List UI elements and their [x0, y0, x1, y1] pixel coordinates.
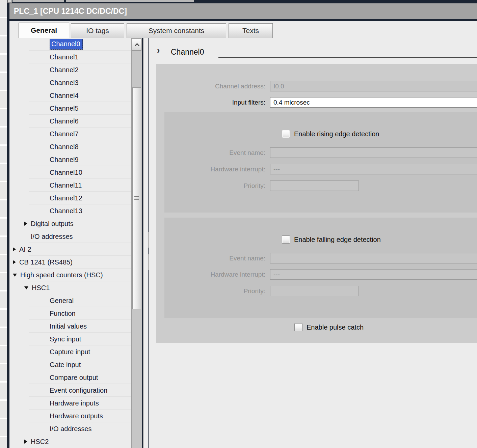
tab-label: General	[31, 26, 57, 34]
tree-item-label: Channel10	[50, 169, 82, 176]
tree-item-label: HSC2	[31, 438, 49, 446]
pane-splitter[interactable]	[143, 38, 148, 448]
tab-bar: General IO tags System constants Texts	[9, 21, 477, 38]
header-rule	[218, 57, 477, 58]
tree-item-channel1[interactable]: Channel1	[9, 51, 131, 63]
tree-item-sync-input[interactable]: Sync input	[9, 333, 131, 345]
tree-item-hsc2[interactable]: HSC2	[9, 435, 131, 448]
tab-system-constants[interactable]: System constants	[127, 23, 226, 38]
tab-io-tags[interactable]: IO tags	[71, 23, 124, 38]
tree-item-channel0[interactable]: Channel0	[9, 38, 131, 51]
tree-item-label: Digital outputs	[31, 220, 74, 228]
collapsed-arrow-icon[interactable]	[24, 440, 27, 444]
event-name-label: Event name:	[164, 149, 265, 157]
tree-item-hardware-outputs[interactable]: Hardware outputs	[9, 410, 131, 422]
navigation-tree: Channel0Channel1Channel2Channel3Channel4…	[9, 38, 131, 448]
tree-item-channel4[interactable]: Channel4	[9, 89, 131, 102]
event-name-field	[270, 147, 477, 158]
tree-item-channel9[interactable]: Channel9	[9, 153, 131, 166]
rising-edge-section: Enable rising edge detection Event name:…	[164, 112, 477, 213]
tree-item-label: Hardware outputs	[50, 412, 103, 420]
event-name-field	[270, 253, 477, 263]
tree-item-label: Gate input	[50, 361, 81, 369]
window-above-fragment	[12, 0, 64, 2]
tree-item-channel3[interactable]: Channel3	[9, 76, 131, 89]
tab-texts[interactable]: Texts	[229, 23, 273, 38]
window-above-edge	[7, 0, 477, 3]
tree-item-label: Channel1	[50, 53, 79, 61]
hardware-interrupt-field: ---	[270, 269, 477, 280]
tree-item-label: AI 2	[19, 246, 31, 253]
scroll-up-button[interactable]	[132, 38, 141, 51]
tree-item-initial-values[interactable]: Initial values	[9, 320, 131, 333]
priority-field	[270, 180, 359, 191]
tree-item-label: Channel11	[50, 181, 82, 189]
scrollbar-thumb[interactable]	[132, 87, 141, 309]
tree-item-general[interactable]: General	[9, 294, 131, 307]
channel-form-panel: Channel address: I0.0 Input filters: 0.4…	[156, 64, 477, 343]
tree-item-label: General	[50, 297, 74, 305]
tab-general[interactable]: General	[19, 23, 69, 38]
tree-item-channel11[interactable]: Channel11	[9, 179, 131, 192]
scrollbar-grip-icon	[134, 196, 139, 201]
tree-item-event-configuration[interactable]: Event configuration	[9, 384, 131, 397]
tree-item-channel13[interactable]: Channel13	[9, 204, 131, 217]
tree-item-channel8[interactable]: Channel8	[9, 140, 131, 153]
tree-item-function[interactable]: Function	[9, 307, 131, 320]
window-above-fragment	[66, 0, 194, 2]
input-filters-label: Input filters:	[156, 99, 265, 106]
tree-item-channel10[interactable]: Channel10	[9, 166, 131, 179]
falling-edge-checkbox-label: Enable falling edge detection	[294, 236, 381, 244]
tree-item-hsc1[interactable]: HSC1	[9, 281, 131, 294]
event-name-label: Event name:	[164, 255, 265, 262]
tree-item-i-o-addresses[interactable]: I/O addresses	[9, 422, 131, 435]
tree-item-label: Compare output	[50, 374, 98, 382]
channel-address-label: Channel address:	[156, 83, 265, 90]
tree-item-label: Channel0	[50, 39, 83, 50]
priority-label: Priority:	[164, 182, 265, 190]
collapsed-arrow-icon[interactable]	[13, 260, 16, 264]
background-window-strip	[0, 0, 7, 448]
tree-item-compare-output[interactable]: Compare output	[9, 371, 131, 384]
tree-item-channel12[interactable]: Channel12	[9, 192, 131, 204]
tree-item-label: I/O addresses	[50, 425, 92, 433]
tree-item-channel7[interactable]: Channel7	[9, 128, 131, 140]
tree-item-i-o-addresses[interactable]: I/O addresses	[9, 230, 131, 243]
pulse-catch-checkbox[interactable]	[294, 323, 302, 331]
tree-item-label: Channel6	[50, 117, 79, 125]
expanded-arrow-icon[interactable]	[13, 274, 17, 277]
tree-item-label: Channel7	[50, 130, 79, 138]
tree-item-label: Function	[50, 310, 76, 317]
tree-item-cb-1241-rs485-[interactable]: CB 1241 (RS485)	[9, 256, 131, 269]
tree-item-gate-input[interactable]: Gate input	[9, 358, 131, 371]
tree-item-label: CB 1241 (RS485)	[19, 258, 73, 266]
tree-scrollbar[interactable]	[131, 38, 142, 448]
rising-edge-checkbox[interactable]	[282, 130, 290, 138]
tree-item-label: Channel9	[50, 156, 79, 164]
tree-item-channel5[interactable]: Channel5	[9, 102, 131, 115]
content-pane: › Channel0 Channel address: I0.0 Input f…	[149, 38, 477, 448]
tree-item-capture-input[interactable]: Capture input	[9, 345, 131, 358]
section-header: › Channel0	[149, 38, 477, 65]
tree-item-label: Channel2	[50, 66, 79, 74]
tree-item-channel6[interactable]: Channel6	[9, 115, 131, 128]
tree-item-label: Channel8	[50, 143, 79, 151]
chevron-right-icon: ›	[157, 46, 160, 55]
channel-address-field: I0.0	[270, 81, 477, 91]
chevron-up-icon	[135, 43, 139, 48]
falling-edge-checkbox[interactable]	[282, 235, 290, 244]
collapsed-arrow-icon[interactable]	[24, 222, 27, 226]
tree-item-channel2[interactable]: Channel2	[9, 63, 131, 76]
tree-item-high-speed-counters-hsc-[interactable]: High speed counters (HSC)	[9, 269, 131, 281]
collapsed-arrow-icon[interactable]	[13, 247, 16, 251]
tree-item-hardware-inputs[interactable]: Hardware inputs	[9, 397, 131, 410]
tree-item-label: High speed counters (HSC)	[20, 271, 103, 279]
tree-item-label: Initial values	[50, 323, 87, 330]
input-filters-select[interactable]: 0.4 microsec	[270, 97, 477, 108]
expanded-arrow-icon[interactable]	[24, 286, 28, 289]
hardware-interrupt-label: Hardware interrupt:	[164, 271, 265, 278]
tree-item-ai-2[interactable]: AI 2	[9, 243, 131, 256]
window-above-fragment	[7, 0, 12, 3]
tree-item-digital-outputs[interactable]: Digital outputs	[9, 217, 131, 230]
window-titlebar[interactable]: PLC_1 [CPU 1214C DC/DC/DC]	[9, 3, 477, 19]
